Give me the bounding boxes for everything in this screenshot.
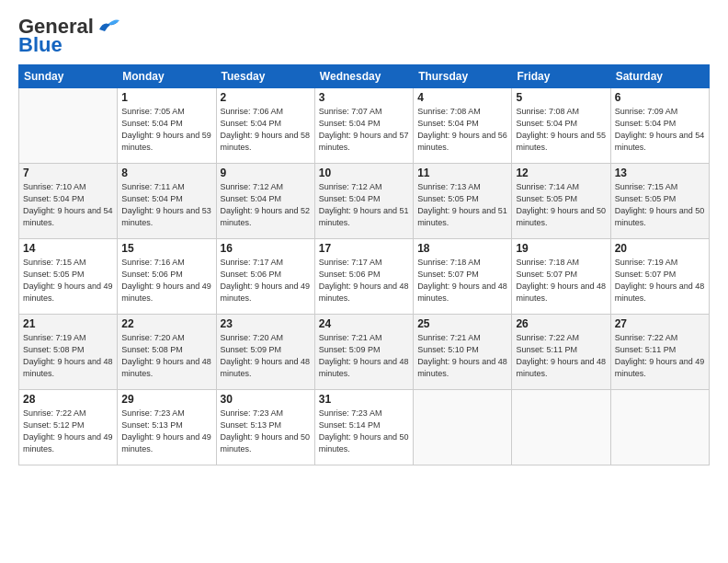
- day-info: Sunrise: 7:21 AMSunset: 5:09 PMDaylight:…: [319, 332, 409, 380]
- day-info: Sunrise: 7:09 AMSunset: 5:04 PMDaylight:…: [615, 106, 705, 154]
- calendar-cell: 6Sunrise: 7:09 AMSunset: 5:04 PMDaylight…: [610, 88, 709, 164]
- calendar-cell: 23Sunrise: 7:20 AMSunset: 5:09 PMDayligh…: [216, 315, 314, 390]
- calendar-cell: 24Sunrise: 7:21 AMSunset: 5:09 PMDayligh…: [314, 315, 413, 390]
- day-info: Sunrise: 7:13 AMSunset: 5:05 PMDaylight:…: [417, 181, 507, 229]
- day-number: 3: [319, 91, 409, 104]
- calendar-cell: 26Sunrise: 7:22 AMSunset: 5:11 PMDayligh…: [512, 315, 610, 390]
- weekday-header-tuesday: Tuesday: [216, 65, 314, 88]
- day-number: 6: [615, 91, 705, 104]
- day-number: 28: [23, 393, 113, 406]
- day-info: Sunrise: 7:10 AMSunset: 5:04 PMDaylight:…: [23, 181, 113, 229]
- day-info: Sunrise: 7:17 AMSunset: 5:06 PMDaylight:…: [319, 257, 409, 304]
- day-info: Sunrise: 7:14 AMSunset: 5:05 PMDaylight:…: [516, 181, 606, 229]
- day-number: 2: [221, 91, 311, 104]
- day-number: 18: [417, 242, 507, 255]
- calendar-cell: 9Sunrise: 7:12 AMSunset: 5:04 PMDaylight…: [216, 164, 314, 239]
- weekday-header-saturday: Saturday: [610, 65, 709, 88]
- day-info: Sunrise: 7:18 AMSunset: 5:07 PMDaylight:…: [417, 257, 507, 304]
- calendar-cell: 21Sunrise: 7:19 AMSunset: 5:08 PMDayligh…: [19, 315, 118, 390]
- day-info: Sunrise: 7:21 AMSunset: 5:10 PMDaylight:…: [417, 332, 507, 380]
- day-info: Sunrise: 7:16 AMSunset: 5:06 PMDaylight:…: [121, 257, 211, 304]
- day-info: Sunrise: 7:11 AMSunset: 5:04 PMDaylight:…: [121, 181, 211, 229]
- calendar-cell: 22Sunrise: 7:20 AMSunset: 5:08 PMDayligh…: [118, 315, 216, 390]
- calendar-cell: 13Sunrise: 7:15 AMSunset: 5:05 PMDayligh…: [610, 164, 709, 239]
- day-number: 16: [221, 242, 311, 255]
- calendar-cell: 29Sunrise: 7:23 AMSunset: 5:13 PMDayligh…: [118, 390, 216, 465]
- day-info: Sunrise: 7:18 AMSunset: 5:07 PMDaylight:…: [516, 257, 606, 304]
- calendar-cell: 17Sunrise: 7:17 AMSunset: 5:06 PMDayligh…: [314, 239, 413, 315]
- day-number: 8: [121, 167, 211, 179]
- day-number: 22: [121, 317, 211, 330]
- day-number: 17: [319, 242, 409, 255]
- calendar-cell: 25Sunrise: 7:21 AMSunset: 5:10 PMDayligh…: [414, 315, 512, 390]
- day-number: 14: [23, 242, 113, 255]
- calendar-cell: 15Sunrise: 7:16 AMSunset: 5:06 PMDayligh…: [118, 239, 216, 315]
- calendar-cell: 3Sunrise: 7:07 AMSunset: 5:04 PMDaylight…: [314, 88, 413, 164]
- day-number: 30: [221, 393, 311, 406]
- calendar-cell: 20Sunrise: 7:19 AMSunset: 5:07 PMDayligh…: [610, 239, 709, 315]
- day-number: 7: [23, 167, 113, 179]
- calendar-cell: 4Sunrise: 7:08 AMSunset: 5:04 PMDaylight…: [414, 88, 512, 164]
- calendar-cell: 14Sunrise: 7:15 AMSunset: 5:05 PMDayligh…: [19, 239, 118, 315]
- day-info: Sunrise: 7:19 AMSunset: 5:08 PMDaylight:…: [23, 332, 113, 380]
- day-number: 24: [319, 317, 409, 330]
- calendar-cell: 27Sunrise: 7:22 AMSunset: 5:11 PMDayligh…: [610, 315, 709, 390]
- day-number: 20: [615, 242, 705, 255]
- calendar-cell: 16Sunrise: 7:17 AMSunset: 5:06 PMDayligh…: [216, 239, 314, 315]
- day-number: 5: [516, 91, 606, 104]
- day-number: 25: [417, 317, 507, 330]
- weekday-header-wednesday: Wednesday: [314, 65, 413, 88]
- week-row-1: 1Sunrise: 7:05 AMSunset: 5:04 PMDaylight…: [19, 88, 710, 164]
- day-info: Sunrise: 7:22 AMSunset: 5:12 PMDaylight:…: [23, 408, 113, 455]
- weekday-header-sunday: Sunday: [19, 65, 118, 88]
- day-number: 29: [121, 393, 211, 406]
- day-info: Sunrise: 7:07 AMSunset: 5:04 PMDaylight:…: [319, 106, 409, 154]
- logo-blue: Blue: [18, 35, 63, 55]
- calendar-cell: 5Sunrise: 7:08 AMSunset: 5:04 PMDaylight…: [512, 88, 610, 164]
- weekday-header-monday: Monday: [118, 65, 216, 88]
- day-info: Sunrise: 7:19 AMSunset: 5:07 PMDaylight:…: [615, 257, 705, 304]
- day-number: 1: [121, 91, 211, 104]
- calendar-cell: 10Sunrise: 7:12 AMSunset: 5:04 PMDayligh…: [314, 164, 413, 239]
- day-info: Sunrise: 7:22 AMSunset: 5:11 PMDaylight:…: [615, 332, 705, 380]
- week-row-2: 7Sunrise: 7:10 AMSunset: 5:04 PMDaylight…: [19, 164, 710, 239]
- day-number: 9: [221, 167, 311, 179]
- day-number: 31: [319, 393, 409, 406]
- day-info: Sunrise: 7:12 AMSunset: 5:04 PMDaylight:…: [221, 181, 311, 229]
- calendar-cell: 19Sunrise: 7:18 AMSunset: 5:07 PMDayligh…: [512, 239, 610, 315]
- calendar-cell: 2Sunrise: 7:06 AMSunset: 5:04 PMDaylight…: [216, 88, 314, 164]
- weekday-header-row: SundayMondayTuesdayWednesdayThursdayFrid…: [19, 65, 710, 88]
- day-number: 13: [615, 167, 705, 179]
- week-row-3: 14Sunrise: 7:15 AMSunset: 5:05 PMDayligh…: [19, 239, 710, 315]
- header: General Blue: [18, 17, 710, 55]
- day-number: 23: [221, 317, 311, 330]
- day-number: 10: [319, 167, 409, 179]
- day-info: Sunrise: 7:23 AMSunset: 5:13 PMDaylight:…: [221, 408, 311, 455]
- weekday-header-thursday: Thursday: [414, 65, 512, 88]
- weekday-header-friday: Friday: [512, 65, 610, 88]
- calendar-table: SundayMondayTuesdayWednesdayThursdayFrid…: [18, 64, 710, 465]
- day-number: 19: [516, 242, 606, 255]
- logo: General Blue: [18, 17, 121, 55]
- day-info: Sunrise: 7:06 AMSunset: 5:04 PMDaylight:…: [221, 106, 311, 154]
- day-number: 4: [417, 91, 507, 104]
- calendar-cell: 28Sunrise: 7:22 AMSunset: 5:12 PMDayligh…: [19, 390, 118, 465]
- calendar-cell: 31Sunrise: 7:23 AMSunset: 5:14 PMDayligh…: [314, 390, 413, 465]
- day-info: Sunrise: 7:12 AMSunset: 5:04 PMDaylight:…: [319, 181, 409, 229]
- calendar-cell: 8Sunrise: 7:11 AMSunset: 5:04 PMDaylight…: [118, 164, 216, 239]
- calendar-cell: 18Sunrise: 7:18 AMSunset: 5:07 PMDayligh…: [414, 239, 512, 315]
- calendar-cell: 30Sunrise: 7:23 AMSunset: 5:13 PMDayligh…: [216, 390, 314, 465]
- calendar-cell: [19, 88, 118, 164]
- calendar-cell: [512, 390, 610, 465]
- day-number: 12: [516, 167, 606, 179]
- day-info: Sunrise: 7:05 AMSunset: 5:04 PMDaylight:…: [121, 106, 211, 154]
- day-info: Sunrise: 7:20 AMSunset: 5:09 PMDaylight:…: [221, 332, 311, 380]
- calendar-cell: 11Sunrise: 7:13 AMSunset: 5:05 PMDayligh…: [414, 164, 512, 239]
- calendar-cell: [610, 390, 709, 465]
- day-info: Sunrise: 7:08 AMSunset: 5:04 PMDaylight:…: [417, 106, 507, 154]
- day-info: Sunrise: 7:15 AMSunset: 5:05 PMDaylight:…: [23, 257, 113, 304]
- day-info: Sunrise: 7:15 AMSunset: 5:05 PMDaylight:…: [615, 181, 705, 229]
- week-row-5: 28Sunrise: 7:22 AMSunset: 5:12 PMDayligh…: [19, 390, 710, 465]
- day-info: Sunrise: 7:22 AMSunset: 5:11 PMDaylight:…: [516, 332, 606, 380]
- calendar-cell: 1Sunrise: 7:05 AMSunset: 5:04 PMDaylight…: [118, 88, 216, 164]
